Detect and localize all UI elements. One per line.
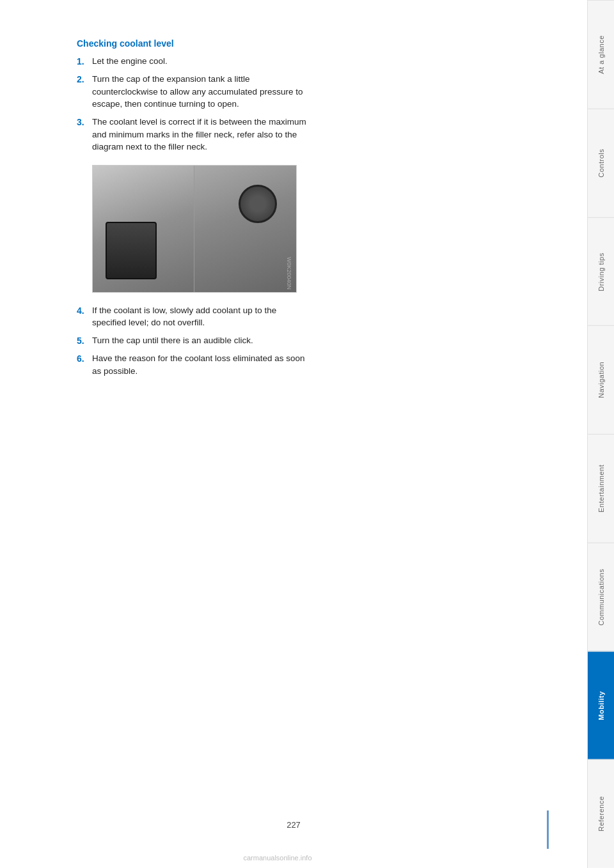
sidebar-tab-at-a-glance[interactable]: At a glance (588, 0, 614, 109)
coolant-reservoir (106, 222, 157, 279)
list-item: 4. If the coolant is low, slowly add coo… (77, 304, 549, 329)
main-content: Checking coolant level 1. Let the engine… (0, 0, 587, 868)
list-item: 3. The coolant level is correct if it is… (77, 116, 549, 153)
step-text: If the coolant is low, slowly add coolan… (92, 304, 310, 329)
step-number: 2. (77, 73, 92, 111)
page-number: 227 (287, 820, 301, 830)
list-item: 2. Turn the cap of the expansion tank a … (77, 73, 549, 111)
section-title: Checking coolant level (77, 38, 549, 49)
step-number: 3. (77, 116, 92, 153)
step-text: Have the reason for the coolant loss eli… (92, 352, 310, 377)
coolant-cap (239, 185, 277, 223)
sidebar-tab-driving-tips[interactable]: Driving tips (588, 217, 614, 326)
sidebar: At a glance Controls Driving tips Naviga… (587, 0, 614, 868)
watermark: carmanualsonline.info (0, 854, 555, 862)
sidebar-tab-communications[interactable]: Communications (588, 543, 614, 651)
image-caption: W0K20040N (286, 257, 292, 290)
image-background (93, 166, 296, 292)
sidebar-tab-mobility[interactable]: Mobility (588, 651, 614, 760)
step-text: The coolant level is correct if it is be… (92, 116, 310, 153)
step-number: 1. (77, 55, 92, 68)
sidebar-tab-reference[interactable]: Reference (588, 759, 614, 868)
list-item: 6. Have the reason for the coolant loss … (77, 352, 549, 377)
image-left (93, 166, 194, 292)
sidebar-tab-navigation[interactable]: Navigation (588, 325, 614, 434)
list-item: 5. Turn the cap until there is an audibl… (77, 334, 549, 347)
step-text: Turn the cap until there is an audible c… (92, 334, 253, 347)
list-item: 1. Let the engine cool. (77, 55, 549, 68)
coolant-image: W0K20040N (92, 165, 297, 293)
step-list-2: 4. If the coolant is low, slowly add coo… (77, 304, 549, 378)
step-number: 5. (77, 334, 92, 347)
page-divider (547, 810, 549, 849)
step-list: 1. Let the engine cool. 2. Turn the cap … (77, 55, 549, 153)
sidebar-tab-entertainment[interactable]: Entertainment (588, 434, 614, 543)
sidebar-tab-controls[interactable]: Controls (588, 109, 614, 217)
step-text: Turn the cap of the expansion tank a lit… (92, 73, 310, 111)
step-number: 6. (77, 352, 92, 377)
step-number: 4. (77, 304, 92, 329)
image-right (194, 166, 296, 292)
step-text: Let the engine cool. (92, 55, 168, 68)
